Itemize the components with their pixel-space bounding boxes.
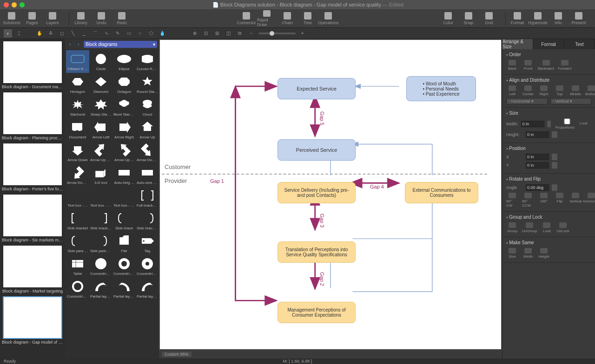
align-bottom[interactable]: Bottom [585, 85, 595, 96]
shape-filleted-r-[interactable]: Filleted R ... [66, 50, 89, 73]
rect-tool[interactable]: ▭ [125, 29, 133, 38]
zoom-actual[interactable]: ⊡ [202, 29, 210, 38]
maximize-window[interactable] [20, 2, 25, 7]
shape-concentric-[interactable]: Concentric ... [66, 278, 89, 300]
rotate-flip[interactable]: Flip [554, 193, 566, 208]
h-step[interactable] [552, 131, 557, 138]
shape-diamond[interactable]: Diamond [89, 73, 112, 96]
shape-full-bracke-[interactable]: Full bracke ... [136, 187, 159, 209]
library-back[interactable]: ‹ [67, 42, 73, 47]
line-tool[interactable]: ╲ [69, 29, 77, 38]
toolbar-grid[interactable]: Grid [479, 10, 499, 27]
toolbar-library[interactable]: Library [71, 10, 91, 27]
pointer-tool[interactable]: ▸ [4, 29, 12, 38]
shape-concentric-[interactable]: Concentric ... [89, 255, 112, 278]
toolbar-tree[interactable]: Tree [298, 10, 317, 27]
zoom-page[interactable]: ◫ [224, 29, 232, 38]
y-input[interactable] [526, 162, 549, 169]
text-tool[interactable]: A [46, 29, 55, 38]
box-expected-service[interactable]: Expected Service [278, 78, 356, 99]
callout-tool[interactable]: ◻ [58, 29, 66, 38]
shape-text-box-p-[interactable]: Text box - p ... [112, 187, 136, 209]
toolbar-layers[interactable]: Layers [43, 10, 62, 27]
align-right[interactable]: Right [538, 85, 550, 96]
crop-tool[interactable]: ⧉ [235, 29, 244, 38]
shape-partial-layer-2[interactable]: Partial layer 2 [112, 278, 136, 300]
shape-text-box-[interactable]: Text box - ... [66, 187, 89, 209]
ellipse-tool[interactable]: ○ [136, 29, 144, 38]
order-front[interactable]: Front [522, 60, 534, 71]
group-group[interactable]: Group [506, 222, 518, 233]
thumbnail-0[interactable]: Block diagram - Document management... [2, 41, 63, 89]
toolbar-snap[interactable]: Snap [459, 10, 478, 27]
arc-tool[interactable]: ⌒ [91, 29, 99, 38]
shape-concentric-[interactable]: Concentric ... [112, 255, 136, 278]
shape-arrow-dow-[interactable]: Arrow Dow ... [136, 141, 159, 164]
group-unlock[interactable]: UnLock [556, 222, 569, 233]
group-lock[interactable]: Lock [541, 222, 553, 233]
rotate-180-[interactable]: 180° [538, 193, 550, 208]
toolbar-operations[interactable]: Operations [318, 10, 338, 27]
order-forward[interactable]: Forward [558, 60, 571, 71]
shape-auto-heig-[interactable]: Auto-heig ... [112, 164, 136, 187]
shape-blunt-starburst[interactable]: Blunt Starburst [112, 96, 136, 118]
shape-arrow-up-left[interactable]: Arrow Up Left [89, 141, 112, 164]
text-cursor-tool[interactable]: ⌶ [15, 29, 23, 38]
toolbar-solutions[interactable]: Solutions [2, 10, 21, 27]
toolbar-format[interactable]: Format [508, 10, 527, 27]
rotate-90-ccw[interactable]: 90° CCW [522, 193, 534, 208]
library-fwd[interactable]: › [75, 42, 82, 47]
shape-side-bracket[interactable]: Side bracket [66, 209, 89, 232]
thumbnail-5[interactable]: Block diagram - Gap model of service q..… [2, 296, 63, 344]
thumbnail-1[interactable]: Block diagram - Planning process [2, 92, 63, 140]
box-service-delivery[interactable]: Service Delivery (Including pre- and pos… [278, 182, 356, 203]
canvas[interactable]: Expected Service • Word of Mouth • Perso… [160, 40, 501, 349]
align-center[interactable]: Center [522, 85, 534, 96]
pen-tool[interactable]: ✎ [113, 29, 122, 38]
connector-tool[interactable]: ⎯ [80, 29, 88, 38]
shape-3-d-box[interactable]: 3-D box [89, 164, 112, 187]
shape-auto-size-box[interactable]: Auto-size box [136, 164, 159, 187]
shape-partial-layer-1[interactable]: Partial layer 1 [89, 278, 112, 300]
w-step[interactable] [547, 121, 551, 127]
shape-starburst[interactable]: Starburst [66, 96, 89, 118]
angle-input[interactable] [526, 184, 549, 191]
shape-ellipse[interactable]: Ellipse [112, 50, 136, 73]
tab-arrange[interactable]: Arrange & Size [502, 39, 533, 49]
align-vertical[interactable]: ▫ Vertical ▾ [550, 98, 592, 104]
shape-octagon[interactable]: Octagon [112, 73, 136, 96]
shape-side-bracket-[interactable]: Side bracket ... [89, 209, 112, 232]
shape-arrow-down[interactable]: Arrow Down [66, 141, 89, 164]
close-window[interactable] [4, 2, 9, 7]
makesame-height[interactable]: Height [538, 248, 550, 259]
zoom-slider[interactable] [258, 32, 296, 34]
align-top[interactable]: Top [554, 85, 566, 96]
order-back[interactable]: Back [506, 60, 518, 71]
box-word-of-mouth[interactable]: • Word of Mouth • Personal Needs • Past … [406, 76, 476, 101]
shape-file[interactable]: File [112, 232, 136, 255]
group-ungroup[interactable]: UnGroup [522, 222, 537, 233]
shape-tag[interactable]: Tag [136, 232, 159, 255]
shape-side-brace-[interactable]: Side brace - ... [136, 209, 159, 232]
toolbar-color[interactable]: Color [438, 10, 458, 27]
height-input[interactable] [526, 131, 549, 138]
toolbar-undo[interactable]: Undo [92, 10, 111, 27]
toolbar-hypernote[interactable]: Hypernote [528, 10, 548, 27]
hand-tool[interactable]: ✋ [35, 29, 44, 38]
shape-side-parenth-[interactable]: Side parenth ... [89, 232, 112, 255]
thumbnail-4[interactable]: Block diagram - Market targeting [2, 245, 63, 293]
shape-cloud[interactable]: Cloud [136, 96, 159, 118]
y-step[interactable] [552, 162, 557, 169]
shape-circle[interactable]: Circle [89, 50, 112, 73]
zoom-selector[interactable]: Custom 95% [162, 351, 192, 357]
toolbar-rapid draw[interactable]: Rapid Draw [257, 10, 277, 27]
x-step[interactable] [552, 154, 557, 160]
shape-text-box-l-[interactable]: Text box - l ... [89, 187, 112, 209]
tab-format[interactable]: Format [533, 39, 564, 49]
rotate-vertical[interactable]: Vertical [569, 193, 582, 208]
a-step[interactable] [552, 184, 557, 191]
toolbar-chain[interactable]: Chain [278, 10, 297, 27]
align-middle[interactable]: Middle [569, 85, 582, 96]
shape-arrow-right[interactable]: Arrow Right [112, 118, 136, 141]
shape-round-sta-[interactable]: Round Sta ... [136, 73, 159, 96]
